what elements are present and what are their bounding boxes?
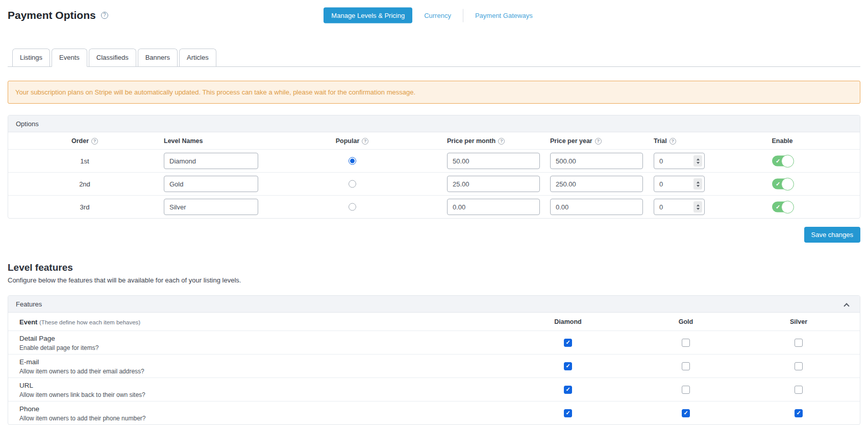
price-year-input[interactable] (550, 176, 643, 192)
features-panel: Features Event (These define how each it… (8, 295, 860, 425)
trial-stepper (654, 176, 705, 192)
feature-description: Enable detail page for items? (19, 344, 98, 351)
help-icon[interactable]: ? (669, 138, 676, 145)
level-row-2: 2nd ✓ (8, 172, 860, 195)
enable-toggle[interactable]: ✓ (772, 202, 792, 212)
feature-row-url: URL Allow item owners link back to their… (8, 377, 860, 401)
silver-checkbox[interactable] (795, 362, 803, 370)
event-column-header: Event (These define how each item behave… (19, 318, 140, 325)
trial-stepper (654, 199, 705, 215)
diamond-checkbox[interactable] (564, 386, 572, 394)
enable-toggle[interactable]: ✓ (772, 179, 792, 190)
gold-checkbox[interactable] (682, 339, 690, 347)
check-icon: ✓ (776, 180, 780, 187)
column-popular: Popular? (321, 137, 383, 145)
tab-articles[interactable]: Articles (179, 49, 216, 66)
silver-checkbox[interactable] (795, 339, 803, 347)
help-icon[interactable]: ? (362, 138, 368, 145)
feature-description: Allow item owners link back to their own… (19, 391, 145, 398)
arrow-down-icon[interactable] (697, 208, 700, 210)
arrow-up-icon[interactable] (697, 204, 700, 206)
column-order: Order? (8, 137, 161, 145)
price-year-input[interactable] (550, 153, 643, 169)
tab-events[interactable]: Events (52, 49, 87, 67)
popular-radio[interactable] (349, 157, 356, 165)
level-name-input[interactable] (164, 176, 258, 192)
silver-checkbox[interactable] (795, 409, 803, 417)
save-row: Save changes (8, 227, 860, 243)
feature-description: Allow item owners to add their email add… (19, 368, 144, 375)
column-price-year: Price per year? (550, 137, 602, 145)
diamond-checkbox[interactable] (564, 339, 572, 347)
tab-bar: Listings Events Classifieds Banners Arti… (8, 49, 860, 67)
top-nav: Manage Levels & Pricing Currency Payment… (0, 8, 868, 23)
column-enable: Enable (731, 137, 833, 145)
price-year-input[interactable] (550, 199, 643, 215)
options-panel-header: Options (8, 115, 860, 132)
enable-toggle[interactable]: ✓ (772, 156, 792, 167)
toggle-knob (781, 201, 794, 214)
feature-name: URL (19, 382, 33, 389)
options-panel-title: Options (16, 120, 39, 128)
column-gold: Gold (645, 318, 727, 325)
tab-listings[interactable]: Listings (12, 49, 50, 66)
feature-name: E-mail (19, 358, 39, 366)
feature-row-phone: Phone Allow item owners to add their pho… (8, 401, 860, 424)
chevron-up-icon[interactable] (844, 303, 849, 309)
payment-gateways-link[interactable]: Payment Gateways (463, 12, 544, 19)
check-icon: ✓ (776, 203, 780, 210)
column-silver: Silver (758, 318, 839, 325)
price-month-input[interactable] (447, 153, 540, 169)
feature-row-email: E-mail Allow item owners to add their em… (8, 354, 860, 377)
gold-checkbox[interactable] (682, 409, 690, 417)
features-panel-title: Features (16, 300, 42, 308)
help-icon[interactable]: ? (595, 138, 602, 145)
arrow-down-icon[interactable] (697, 185, 700, 187)
order-label: 3rd (8, 203, 161, 211)
arrow-up-icon[interactable] (697, 158, 700, 160)
level-row-3: 3rd ✓ (8, 195, 860, 218)
toggle-knob (781, 155, 794, 168)
event-column-note: (These define how each item behaves) (39, 319, 140, 325)
price-month-input[interactable] (447, 199, 540, 215)
order-label: 2nd (8, 180, 161, 188)
stepper-arrows[interactable] (693, 178, 702, 190)
level-name-input[interactable] (164, 199, 258, 215)
help-icon[interactable]: ? (91, 138, 98, 145)
feature-description: Allow item owners to add their phone num… (19, 415, 145, 422)
silver-checkbox[interactable] (795, 386, 803, 394)
page-header: Payment Options ? Manage Levels & Pricin… (0, 0, 868, 31)
level-name-input[interactable] (164, 153, 258, 169)
gold-checkbox[interactable] (682, 386, 690, 394)
column-trial: Trial? (654, 137, 676, 145)
arrow-down-icon[interactable] (697, 162, 700, 164)
level-row-1: 1st ✓ (8, 149, 860, 172)
toggle-knob (781, 178, 794, 191)
save-changes-button[interactable]: Save changes (804, 227, 860, 243)
features-table-header: Event (These define how each item behave… (8, 313, 860, 330)
tab-banners[interactable]: Banners (138, 49, 178, 66)
level-features-heading: Level features Configure below the featu… (8, 262, 860, 284)
diamond-checkbox[interactable] (564, 362, 572, 370)
manage-levels-pricing-button[interactable]: Manage Levels & Pricing (324, 8, 412, 23)
stepper-arrows[interactable] (693, 201, 702, 212)
level-features-subtitle: Configure below the features that will b… (8, 276, 860, 284)
popular-radio[interactable] (349, 203, 356, 211)
column-price-month: Price per month? (447, 137, 505, 145)
feature-row-detail-page: Detail Page Enable detail page for items… (8, 330, 860, 354)
feature-name: Phone (19, 405, 39, 413)
diamond-checkbox[interactable] (564, 409, 572, 417)
help-icon[interactable]: ? (498, 138, 505, 145)
gold-checkbox[interactable] (682, 362, 690, 370)
tab-classifieds[interactable]: Classifieds (89, 49, 136, 66)
feature-name: Detail Page (19, 335, 55, 342)
level-features-title: Level features (8, 262, 860, 273)
column-diamond: Diamond (527, 318, 609, 325)
column-level-names: Level Names (164, 137, 203, 145)
stepper-arrows[interactable] (693, 155, 702, 167)
currency-link[interactable]: Currency (412, 12, 463, 19)
popular-radio[interactable] (349, 180, 356, 188)
options-panel: Options Order? Level Names Popular? Pric… (8, 115, 860, 219)
price-month-input[interactable] (447, 176, 540, 192)
arrow-up-icon[interactable] (697, 181, 700, 183)
